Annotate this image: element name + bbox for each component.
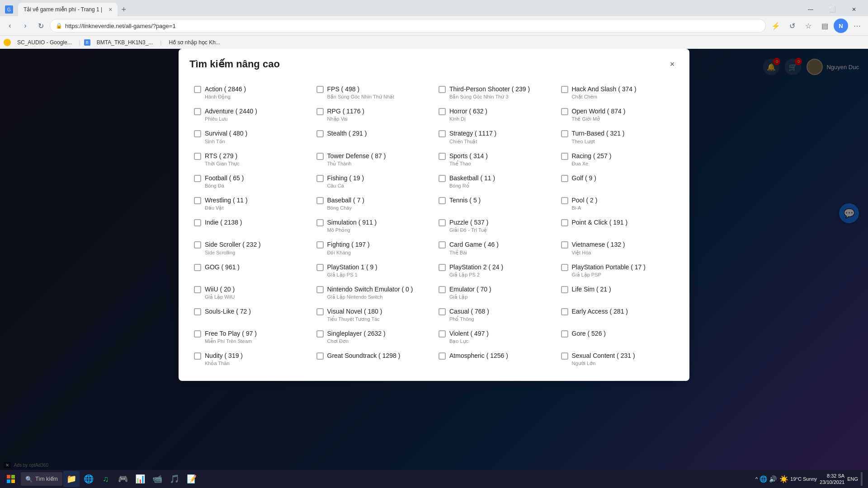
- taskbar-app-edge[interactable]: 🌐: [80, 471, 97, 487]
- category-item[interactable]: Nintendo Switch Emulator ( 0 )Giả Lập Ni…: [312, 282, 434, 304]
- category-item[interactable]: Vietnamese ( 132 )Việt Hóa: [557, 237, 679, 259]
- category-item[interactable]: Violent ( 497 )Bạo Lực: [434, 326, 557, 348]
- category-checkbox[interactable]: [561, 308, 568, 315]
- category-checkbox[interactable]: [194, 153, 201, 160]
- category-item[interactable]: Adventure ( 2440 )Phiêu Lưu: [189, 103, 312, 126]
- show-desktop-button[interactable]: [861, 472, 863, 486]
- category-checkbox[interactable]: [561, 330, 568, 338]
- category-item[interactable]: Casual ( 768 )Phổ Thông: [434, 304, 557, 326]
- category-item[interactable]: Tennis ( 5 ): [434, 192, 557, 215]
- category-item[interactable]: Sports ( 314 )Thể Thao: [434, 148, 557, 170]
- bookmark-2[interactable]: BMTA_TKB_HK1N3_...: [93, 38, 157, 47]
- minimize-button[interactable]: —: [800, 3, 821, 16]
- category-item[interactable]: Visual Novel ( 180 )Tiểu Thuyết Tương Tá…: [312, 304, 434, 326]
- reload-button[interactable]: ↻: [34, 19, 47, 32]
- category-checkbox[interactable]: [316, 264, 324, 271]
- category-checkbox[interactable]: [194, 175, 201, 182]
- category-item[interactable]: Nudity ( 319 )Khỏa Thân: [189, 348, 312, 370]
- language-indicator[interactable]: ENG: [847, 476, 858, 482]
- category-checkbox[interactable]: [194, 197, 201, 204]
- clock-display[interactable]: 8:32 SA 23/10/2021: [820, 473, 844, 486]
- profile-button[interactable]: N: [834, 19, 848, 33]
- category-item[interactable]: Basketball ( 11 )Bóng Rổ: [434, 170, 557, 192]
- category-item[interactable]: Football ( 65 )Bóng Đá: [189, 170, 312, 192]
- category-checkbox[interactable]: [194, 308, 201, 315]
- category-checkbox[interactable]: [194, 108, 201, 115]
- category-checkbox[interactable]: [561, 352, 568, 360]
- category-checkbox[interactable]: [439, 108, 446, 115]
- taskbar-app-unknown2[interactable]: 📊: [132, 471, 148, 487]
- category-checkbox[interactable]: [316, 175, 324, 182]
- taskbar-app-unknown1[interactable]: 🎮: [115, 471, 131, 487]
- category-item[interactable]: Early Access ( 281 ): [557, 304, 679, 326]
- category-item[interactable]: Singleplayer ( 2632 )Chơi Đơn: [312, 326, 434, 348]
- category-checkbox[interactable]: [194, 264, 201, 271]
- category-checkbox[interactable]: [316, 241, 324, 249]
- menu-button[interactable]: ⋯: [850, 19, 864, 33]
- category-checkbox[interactable]: [316, 219, 324, 226]
- category-checkbox[interactable]: [561, 108, 568, 115]
- taskbar-app-file-explorer[interactable]: 📁: [63, 471, 80, 487]
- sync-button[interactable]: ↺: [785, 19, 799, 33]
- new-tab-button[interactable]: +: [118, 3, 130, 16]
- start-button[interactable]: [2, 471, 20, 487]
- category-item[interactable]: Point & Click ( 191 ): [557, 215, 679, 237]
- category-checkbox[interactable]: [316, 130, 324, 137]
- tab-close-button[interactable]: ×: [108, 6, 112, 13]
- category-item[interactable]: Souls-Like ( 72 ): [189, 304, 312, 326]
- back-button[interactable]: ‹: [4, 19, 16, 32]
- category-checkbox[interactable]: [439, 286, 446, 293]
- category-item[interactable]: Baseball ( 7 )Bóng Chày: [312, 192, 434, 215]
- category-checkbox[interactable]: [439, 330, 446, 338]
- category-checkbox[interactable]: [561, 286, 568, 293]
- category-item[interactable]: Great Soundtrack ( 1298 ): [312, 348, 434, 370]
- category-item[interactable]: Card Game ( 46 )Thẻ Bài: [434, 237, 557, 259]
- category-checkbox[interactable]: [439, 175, 446, 182]
- category-checkbox[interactable]: [439, 352, 446, 360]
- category-checkbox[interactable]: [439, 308, 446, 315]
- taskbar-app-unknown4[interactable]: 📝: [184, 471, 200, 487]
- category-item[interactable]: Hack And Slash ( 374 )Chặt Chém: [557, 81, 679, 103]
- category-item[interactable]: Simulation ( 911 )Mô Phỏng: [312, 215, 434, 237]
- category-checkbox[interactable]: [561, 197, 568, 204]
- maximize-button[interactable]: ⬜: [822, 3, 843, 16]
- category-checkbox[interactable]: [316, 108, 324, 115]
- favorites-button[interactable]: ☆: [801, 19, 816, 33]
- collections-button[interactable]: ▤: [817, 19, 832, 33]
- category-checkbox[interactable]: [316, 286, 324, 293]
- category-checkbox[interactable]: [439, 219, 446, 226]
- bookmark-1[interactable]: SC_AUDIO - Google...: [14, 38, 75, 47]
- category-item[interactable]: Survival ( 480 )Sinh Tồn: [189, 126, 312, 148]
- category-item[interactable]: Free To Play ( 97 )Miễn Phí Trên Steam: [189, 326, 312, 348]
- active-tab[interactable]: Tải về game miễn phí - Trang 1 | ×: [18, 3, 118, 16]
- category-item[interactable]: Fishing ( 19 )Câu Cá: [312, 170, 434, 192]
- category-item[interactable]: Pool ( 2 )Bi-A: [557, 192, 679, 215]
- taskbar-app-zoom[interactable]: 📹: [149, 471, 165, 487]
- category-item[interactable]: Gore ( 526 ): [557, 326, 679, 348]
- category-item[interactable]: GOG ( 961 ): [189, 259, 312, 282]
- category-checkbox[interactable]: [194, 219, 201, 226]
- category-item[interactable]: Emulator ( 70 )Giả Lập: [434, 282, 557, 304]
- category-checkbox[interactable]: [439, 130, 446, 137]
- category-checkbox[interactable]: [439, 86, 446, 93]
- category-item[interactable]: Wrestling ( 11 )Đấu Vật: [189, 192, 312, 215]
- category-item[interactable]: WiiU ( 20 )Giả Lập WiiU: [189, 282, 312, 304]
- category-checkbox[interactable]: [316, 86, 324, 93]
- category-checkbox[interactable]: [439, 264, 446, 271]
- category-item[interactable]: Golf ( 9 ): [557, 170, 679, 192]
- category-item[interactable]: Strategy ( 1117 )Chiến Thuật: [434, 126, 557, 148]
- category-checkbox[interactable]: [194, 241, 201, 249]
- close-window-button[interactable]: ✕: [844, 3, 864, 16]
- taskbar-app-spotify[interactable]: ♫: [98, 471, 114, 487]
- category-checkbox[interactable]: [561, 86, 568, 93]
- category-item[interactable]: Indie ( 2138 ): [189, 215, 312, 237]
- category-checkbox[interactable]: [316, 352, 324, 360]
- tray-volume-icon[interactable]: 🔊: [769, 475, 777, 483]
- category-item[interactable]: PlayStation 1 ( 9 )Giả Lập PS 1: [312, 259, 434, 282]
- category-checkbox[interactable]: [194, 130, 201, 137]
- category-item[interactable]: Sexual Content ( 231 )Người Lớn: [557, 348, 679, 370]
- category-checkbox[interactable]: [316, 153, 324, 160]
- category-checkbox[interactable]: [316, 197, 324, 204]
- category-item[interactable]: Atmospheric ( 1256 ): [434, 348, 557, 370]
- category-item[interactable]: Fighting ( 197 )Đối Kháng: [312, 237, 434, 259]
